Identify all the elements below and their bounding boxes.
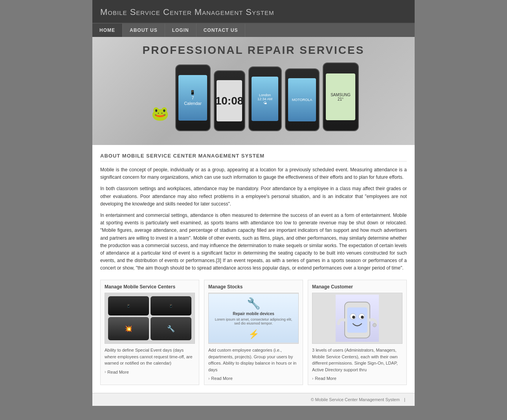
chevron-icon-2: › bbox=[208, 376, 209, 381]
svg-point-6 bbox=[373, 323, 376, 327]
footer-separator: | bbox=[404, 397, 405, 402]
about-title: About Mobile Service Center Management S… bbox=[100, 153, 407, 161]
nav-about[interactable]: ABOUT US bbox=[123, 24, 165, 37]
nav-login[interactable]: LOGIN bbox=[165, 24, 197, 37]
card3-image bbox=[312, 293, 402, 344]
frog-mascot: 🐸 bbox=[149, 96, 172, 131]
phone-3: London12:34 AM🌤 bbox=[248, 66, 282, 131]
circuit-icon: ⚡ bbox=[248, 329, 259, 339]
card1-image: 📱 📱 💥 🔧 bbox=[105, 293, 195, 344]
banner: Professional Repair Services 🐸 📱7Calenda… bbox=[92, 37, 415, 145]
card3-title: Manage Customer bbox=[312, 284, 402, 290]
phone-1: 📱7Calendar bbox=[175, 64, 211, 131]
repair-label: Repair mobile devices bbox=[233, 312, 274, 316]
nav-home[interactable]: HOME bbox=[92, 24, 123, 37]
main-content: About Mobile Service Center Management S… bbox=[92, 145, 415, 393]
card2-desc: Add custom employee categories (i.e., de… bbox=[208, 347, 299, 373]
phone-2: 10:08 bbox=[214, 70, 245, 131]
repair-sublabel: Lorem ipsum sit amet, consectetur adipis… bbox=[212, 317, 295, 325]
card1-read-more[interactable]: › Read More bbox=[105, 370, 195, 374]
feature-cards: Manage Mobile Service Centers 📱 📱 💥 🔧 Ab… bbox=[100, 280, 407, 385]
chevron-icon-3: › bbox=[312, 376, 313, 381]
about-para-2: In both classroom settings and workplace… bbox=[100, 185, 407, 208]
feature-card-stocks: Manage Stocks 🔧 Repair mobile devices Lo… bbox=[204, 280, 303, 385]
svg-point-5 bbox=[361, 316, 364, 319]
phone-screen-3: London12:34 AM🌤 bbox=[252, 77, 279, 121]
phone-screen-4: MOTOROLA bbox=[288, 78, 316, 121]
phones-grid: 📱 📱 💥 🔧 bbox=[105, 293, 195, 343]
footer: © Mobile Service Center Management Syste… bbox=[92, 393, 415, 406]
card3-desc: 3 levels of users (Administrators, Manag… bbox=[312, 347, 402, 373]
about-para-3: In entertainment and commercial settings… bbox=[100, 212, 407, 272]
mini-phone-2: 📱 bbox=[151, 296, 191, 315]
feature-card-service-centers: Manage Mobile Service Centers 📱 📱 💥 🔧 Ab… bbox=[100, 280, 199, 385]
phone-5: SAMSUNG21° bbox=[323, 62, 359, 131]
repair-image: 🔧 Repair mobile devices Lorem ipsum sit … bbox=[209, 294, 298, 343]
header: Mobile Service Center Management System bbox=[92, 0, 415, 24]
phone-mascot-svg bbox=[336, 295, 379, 342]
mini-phone-1: 📱 bbox=[108, 296, 149, 315]
phones-display: 🐸 📱7Calendar 10:08 London12:34 AM🌤 bbox=[149, 47, 359, 135]
customer-image bbox=[336, 295, 379, 342]
phone-screen-2: 10:08 bbox=[217, 80, 242, 122]
footer-copyright: © Mobile Service Center Management Syste… bbox=[311, 397, 400, 402]
card2-image: 🔧 Repair mobile devices Lorem ipsum sit … bbox=[208, 293, 299, 344]
customer-mascot bbox=[336, 295, 379, 342]
card2-read-more-label: Read More bbox=[211, 376, 232, 381]
site-title: Mobile Service Center Management System bbox=[100, 7, 407, 17]
card2-title: Manage Stocks bbox=[208, 284, 299, 290]
nav-contact[interactable]: CONTACT US bbox=[197, 24, 246, 37]
card1-read-more-label: Read More bbox=[107, 370, 129, 374]
banner-text: Professional Repair Services bbox=[92, 44, 415, 57]
mini-phone-4: 🔧 bbox=[151, 317, 191, 340]
svg-point-4 bbox=[352, 316, 355, 319]
svg-rect-1 bbox=[347, 308, 367, 333]
card1-desc: Ability to define Special Event days (da… bbox=[105, 347, 195, 367]
phone-screen-5: SAMSUNG21° bbox=[326, 73, 355, 121]
card3-read-more[interactable]: › Read More bbox=[312, 376, 402, 381]
about-para-1: Mobile is the concept of people, individ… bbox=[100, 166, 407, 181]
phone-screen-1: 📱7Calendar bbox=[178, 75, 207, 121]
feature-card-customer: Manage Customer bbox=[308, 280, 407, 385]
phone-4: MOTOROLA bbox=[285, 68, 320, 131]
card2-read-more[interactable]: › Read More bbox=[208, 376, 299, 381]
mini-phone-3: 💥 bbox=[108, 317, 149, 340]
chevron-icon-1: › bbox=[105, 370, 106, 374]
repair-icon: 🔧 bbox=[247, 297, 261, 310]
card3-read-more-label: Read More bbox=[315, 376, 336, 381]
navigation: HOME ABOUT US LOGIN CONTACT US bbox=[92, 24, 415, 37]
card1-title: Manage Mobile Service Centers bbox=[105, 284, 195, 290]
